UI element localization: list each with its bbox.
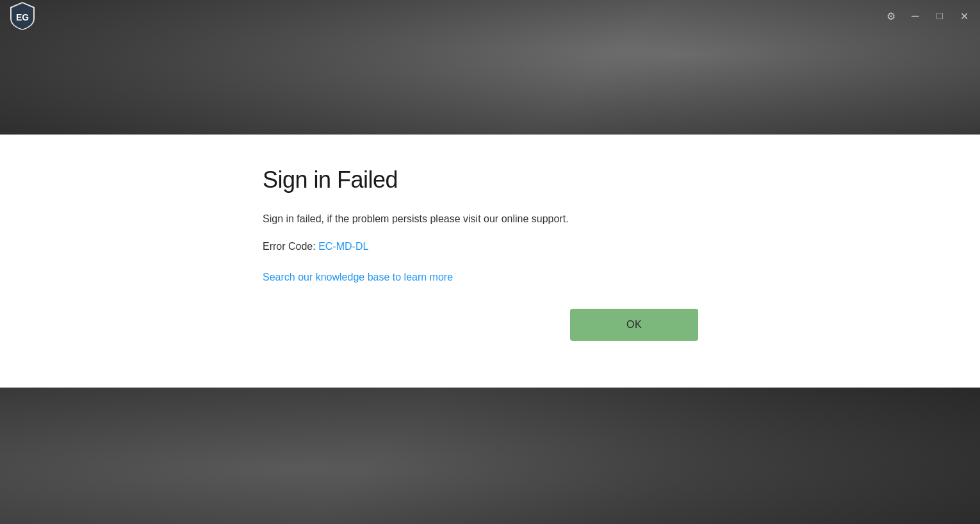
close-button[interactable]: ✕ [954,6,974,26]
maximize-button[interactable]: □ [930,6,949,26]
epic-logo-svg: EG [9,1,36,31]
background-bottom [0,386,980,524]
titlebar: EG ⚙ ─ □ ✕ [0,0,980,32]
error-label: Error Code: [263,241,316,252]
minimize-button[interactable]: ─ [906,6,925,26]
dialog-content: Sign in Failed Sign in failed, if the pr… [0,135,980,373]
dialog-overlay: Sign in Failed Sign in failed, if the pr… [0,135,980,388]
knowledge-base-link[interactable]: Search our knowledge base to learn more [263,272,980,283]
settings-button[interactable]: ⚙ [881,6,901,26]
window-controls: ⚙ ─ □ ✕ [881,6,974,26]
svg-text:EG: EG [16,12,29,22]
ok-button[interactable]: OK [570,309,698,341]
dialog-description: Sign in failed, if the problem persists … [263,211,980,227]
epic-games-logo: EG [6,0,38,32]
error-code-link[interactable]: EC-MD-DL [318,241,368,252]
dialog-title: Sign in Failed [263,167,980,193]
error-code-line: Error Code: EC-MD-DL [263,241,980,252]
